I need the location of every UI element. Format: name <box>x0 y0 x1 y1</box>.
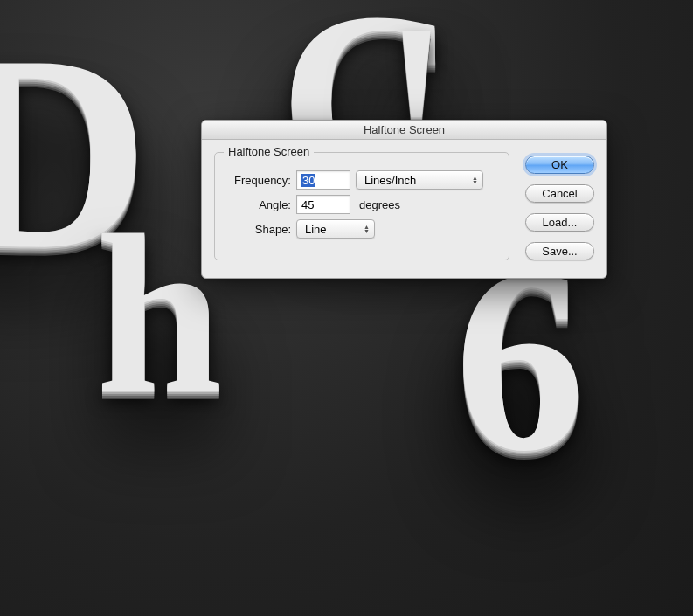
frequency-row: Frequency: 30 Lines/Inch ▲▼ <box>225 170 498 190</box>
cancel-button-label: Cancel <box>542 187 577 200</box>
angle-row: Angle: degrees <box>225 195 498 214</box>
group-legend: Halftone Screen <box>224 145 314 158</box>
halftone-dialog: Halftone Screen Halftone Screen Frequenc… <box>201 120 607 279</box>
frequency-value: 30 <box>301 174 315 187</box>
angle-input[interactable] <box>296 195 350 214</box>
shape-label: Shape: <box>225 223 291 236</box>
save-button-label: Save... <box>542 245 577 258</box>
load-button-label: Load... <box>543 216 578 229</box>
dialog-title: Halftone Screen <box>364 123 445 136</box>
angle-units: degrees <box>359 198 400 211</box>
cancel-button[interactable]: Cancel <box>525 184 594 203</box>
halftone-group: Halftone Screen Frequency: 30 Lines/Inch… <box>214 152 509 260</box>
frequency-input[interactable]: 30 <box>296 170 350 190</box>
save-button[interactable]: Save... <box>525 242 594 260</box>
canvas-background: D C ! h 6 <box>0 0 693 616</box>
updown-arrows-icon: ▲▼ <box>472 176 478 184</box>
dialog-titlebar: Halftone Screen <box>202 121 606 140</box>
updown-arrows-icon: ▲▼ <box>364 225 370 233</box>
ok-button[interactable]: OK <box>525 156 594 174</box>
frequency-units-value: Lines/Inch <box>364 174 416 187</box>
shape-value: Line <box>305 223 327 236</box>
dialog-body: Halftone Screen Frequency: 30 Lines/Inch… <box>202 140 606 278</box>
angle-label: Angle: <box>225 198 291 211</box>
shape-row: Shape: Line ▲▼ <box>225 219 498 239</box>
ok-button-label: OK <box>551 158 568 171</box>
shape-select[interactable]: Line ▲▼ <box>296 219 375 239</box>
frequency-label: Frequency: <box>225 174 291 187</box>
button-column: OK Cancel Load... Save... <box>525 152 594 260</box>
frequency-units-select[interactable]: Lines/Inch ▲▼ <box>356 170 483 190</box>
load-button[interactable]: Load... <box>525 213 594 232</box>
